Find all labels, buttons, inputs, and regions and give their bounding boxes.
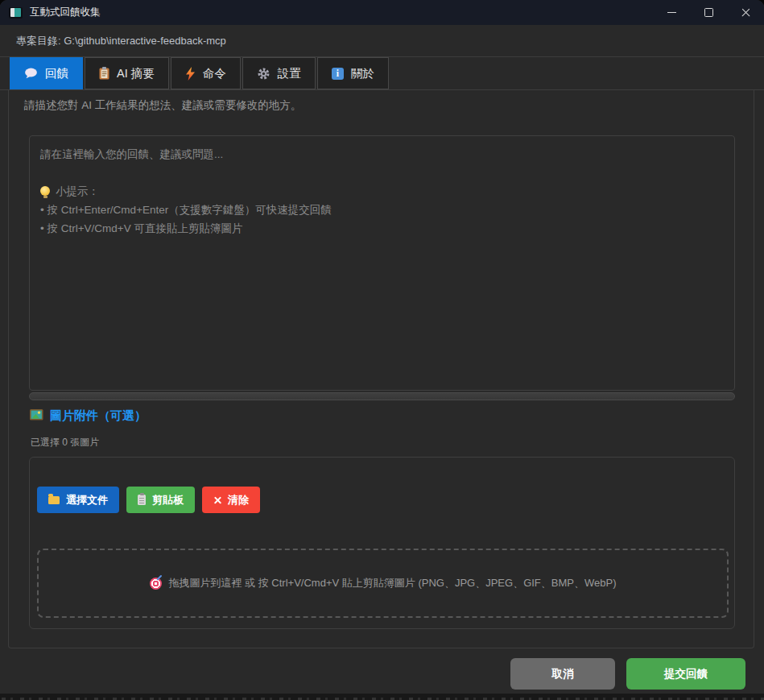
tab-about[interactable]: 關於 (317, 57, 389, 89)
image-buttons-row: 選擇文件 剪貼板 清除 (37, 487, 260, 513)
info-icon (332, 68, 344, 80)
clear-label: 清除 (228, 493, 249, 507)
folder-icon (48, 496, 60, 504)
tab-settings-label: 設置 (278, 66, 301, 81)
tab-settings[interactable]: 設置 (242, 57, 316, 89)
image-section-header: 圖片附件（可選） (30, 408, 147, 424)
choose-file-button[interactable]: 選擇文件 (37, 487, 119, 513)
picture-icon (30, 409, 43, 424)
window-title: 互動式回饋收集 (30, 6, 101, 19)
horizontal-scrollbar[interactable] (29, 392, 735, 400)
tab-command[interactable]: 命令 (171, 57, 241, 89)
app-icon (9, 7, 23, 19)
submit-feedback-button[interactable]: 提交回饋 (626, 658, 745, 690)
choose-file-label: 選擇文件 (66, 493, 108, 507)
target-icon (150, 578, 162, 590)
maximize-icon (704, 8, 713, 17)
clear-button[interactable]: 清除 (202, 487, 260, 513)
speech-bubble-icon (24, 68, 38, 79)
project-directory-label: 專案目錄: G:\github\interactive-feedback-mcp (16, 34, 226, 48)
clipboard-button[interactable]: 剪貼板 (126, 487, 195, 513)
title-bar: 互動式回饋收集 (0, 0, 764, 25)
clipboard-icon (99, 67, 109, 80)
image-section-title: 圖片附件（可選） (50, 408, 147, 424)
feedback-panel: 請描述您對 AI 工作結果的想法、建議或需要修改的地方。 請在這裡輸入您的回饋、… (8, 90, 754, 648)
clipboard-small-icon (138, 495, 146, 505)
dropzone-text: 拖拽圖片到這裡 或 按 Ctrl+V/Cmd+V 貼上剪貼簿圖片 (PNG、JP… (169, 576, 617, 590)
tab-command-label: 命令 (203, 66, 226, 81)
tab-feedback-label: 回饋 (45, 66, 68, 81)
x-icon (213, 496, 221, 504)
feedback-textarea[interactable] (30, 136, 734, 390)
gear-icon (257, 67, 270, 81)
tab-ai-summary-label: AI 摘要 (117, 66, 155, 81)
window-controls (653, 0, 764, 25)
clipboard-label: 剪貼板 (152, 493, 184, 507)
feedback-description: 請描述您對 AI 工作結果的想法、建議或需要修改的地方。 (24, 98, 301, 113)
project-directory-bar: 專案目錄: G:\github\interactive-feedback-mcp (0, 25, 764, 57)
lightning-icon (185, 67, 196, 81)
close-icon (741, 7, 751, 18)
image-dropzone[interactable]: 拖拽圖片到這裡 或 按 Ctrl+V/Cmd+V 貼上剪貼簿圖片 (PNG、JP… (37, 549, 729, 618)
feedback-textarea-container: 請在這裡輸入您的回饋、建議或問題... 小提示： • 按 Ctrl+Enter/… (29, 135, 735, 391)
cancel-button[interactable]: 取消 (510, 658, 615, 690)
minimize-icon (667, 12, 676, 13)
tab-ai-summary[interactable]: AI 摘要 (85, 57, 169, 89)
minimize-button[interactable] (653, 0, 690, 25)
tab-about-label: 關於 (351, 66, 374, 81)
background-window-sliver (0, 694, 764, 700)
close-button[interactable] (727, 0, 764, 25)
selected-count: 已選擇 0 張圖片 (31, 436, 99, 449)
maximize-button[interactable] (690, 0, 727, 25)
image-attachments-groupbox: 選擇文件 剪貼板 清除 拖拽圖片到這裡 或 按 Ctrl+V/Cmd+V 貼上剪… (29, 457, 735, 629)
app-window: 互動式回饋收集 專案目錄: G:\github\interactive-feed… (0, 0, 764, 694)
tab-feedback[interactable]: 回饋 (10, 57, 83, 89)
tab-bar: 回饋 AI 摘要 命令 設置 關於 (0, 57, 764, 90)
